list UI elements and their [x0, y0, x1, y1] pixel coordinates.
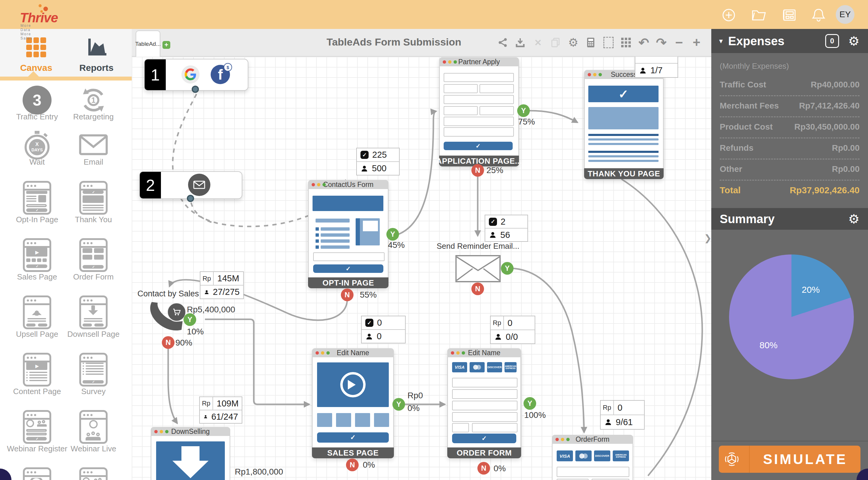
webinar-register-icon: ✓	[23, 410, 51, 444]
no-badge: N	[341, 289, 353, 301]
yes-badge: Y	[184, 313, 196, 326]
node-partner-apply[interactable]: Partner Apply ✓ APPLICATION PAGE...	[439, 57, 519, 167]
retargeting-icon: 1	[79, 86, 108, 115]
sidebar-item-label: Opt-In Page	[7, 215, 67, 224]
sidebar-item-sales-page[interactable]: ▶ ✓	[23, 238, 51, 272]
collapse-caret-icon[interactable]: ▾	[719, 37, 723, 45]
active-tab-underline	[0, 77, 132, 81]
app-root: Thrive More Data More Sales EY Canvas	[0, 0, 868, 480]
duplicate-icon[interactable]	[549, 36, 562, 50]
yes-percent: 0%	[407, 403, 420, 413]
marquee-select-icon[interactable]	[601, 36, 615, 50]
calculator-icon[interactable]	[584, 36, 598, 50]
downsell-page-icon	[79, 296, 107, 329]
settings-gear-icon[interactable]: ⚙	[566, 36, 580, 50]
yes-percent: 45%	[388, 240, 405, 250]
currency-label: Rp	[491, 316, 504, 330]
facebook-ads-badge-icon: $	[224, 63, 232, 71]
sidebar-item-upsell-page[interactable]	[23, 296, 51, 329]
connector-handle[interactable]	[187, 195, 194, 202]
node-sales-page[interactable]: Edit Name ✓ SALES PAGE	[312, 348, 394, 458]
mastercard-icon	[470, 362, 485, 372]
connector-handle[interactable]	[192, 86, 199, 93]
share-icon[interactable]	[496, 36, 510, 50]
sidebar-item-webinar-live[interactable]	[79, 410, 107, 444]
summary-title: Summary	[720, 212, 775, 226]
stat-value: 0	[618, 403, 622, 413]
expenses-gear-icon[interactable]: ⚙	[848, 34, 860, 49]
person-icon	[489, 231, 497, 239]
sidebar-item-wait[interactable]: X DAYS	[23, 130, 51, 161]
sidebar-tab-reports-label: Reports	[75, 63, 118, 73]
add-circle-icon[interactable]	[720, 7, 737, 24]
expense-label: Traffic Cost	[720, 80, 766, 90]
yes-badge: Y	[517, 104, 530, 117]
expenses-subtitle: (Monthly Expenses)	[720, 61, 789, 71]
redo-icon[interactable]: ↷	[654, 36, 668, 50]
simulate-button[interactable]: SIMULATE	[719, 446, 861, 473]
node-order-form[interactable]: Edit Name VISA DISCOVER AMERICAN EXPRESS…	[447, 348, 521, 458]
node-title: Edit Name	[337, 349, 369, 357]
logo-tagline: More Data More Sales	[21, 24, 33, 40]
sidebar-item-label: Wait	[7, 157, 67, 167]
sidebar-item-traffic-entry[interactable]: 3	[23, 86, 52, 115]
sidebar-item-thank-you[interactable]: ✓	[79, 181, 107, 215]
sidebar-item-webinar-register[interactable]: ✓	[23, 410, 51, 444]
sales-page-icon: ▶ ✓	[23, 238, 51, 272]
node-title: Partner Apply	[458, 58, 500, 66]
node-contactus-form[interactable]: ContactUs Form ✓ OPT-IN PAGE	[308, 180, 389, 288]
undo-icon[interactable]: ↶	[637, 36, 651, 50]
sidebar-item-label: Sales Page	[7, 272, 67, 281]
no-percent: 0%	[363, 460, 375, 470]
discover-card-icon: DISCOVER	[487, 362, 502, 372]
sidebar-item-retargeting[interactable]: 1	[79, 86, 108, 116]
templates-icon[interactable]	[781, 7, 798, 24]
download-icon[interactable]	[513, 36, 527, 50]
summary-gear-icon[interactable]: ⚙	[848, 212, 860, 227]
sidebar-item-order-form[interactable]: ✓	[79, 238, 107, 272]
opt-in-page-icon: ✓	[23, 181, 51, 215]
notifications-bell-icon[interactable]	[810, 7, 827, 24]
simulate-atom-icon	[719, 446, 745, 473]
node-success[interactable]: Success ✓ THANK YOU PAGE	[584, 70, 664, 179]
sidebar-item-label: Email	[63, 157, 124, 167]
sidebar-item-partial[interactable]	[23, 467, 51, 480]
person-icon	[604, 418, 612, 426]
node-footer: ORDER FORM	[447, 447, 521, 458]
page-icon	[23, 467, 51, 480]
stat-value: 9/61	[616, 417, 632, 427]
thank-you-icon: ✓	[79, 181, 107, 215]
yes-percent: 10%	[187, 327, 204, 336]
zoom-in-icon[interactable]: +	[689, 36, 704, 50]
sidebar-item-downsell-page[interactable]	[79, 296, 107, 329]
stat-value: 500	[372, 163, 386, 173]
folder-icon[interactable]	[750, 7, 767, 24]
stat-value: 1/7	[650, 65, 662, 76]
add-tab-button[interactable]: +	[162, 41, 170, 49]
person-icon	[204, 288, 209, 296]
delete-icon[interactable]: ✕	[531, 36, 545, 50]
upsell-page-icon	[23, 296, 51, 329]
expense-row: Traffic CostRp40,000.00	[720, 74, 860, 96]
sidebar-item-content-page[interactable]: ▶	[23, 353, 51, 387]
grid-view-icon[interactable]	[619, 36, 633, 50]
node-orderform-2[interactable]: OrderForm VISA DISCOVER AMERICAN EXPRESS	[552, 435, 633, 480]
avatar[interactable]: EY	[836, 5, 855, 24]
sidebar-item-opt-in-page[interactable]: ✓	[23, 181, 51, 215]
sidebar-item-partial[interactable]	[79, 467, 107, 480]
person-icon	[204, 413, 208, 421]
stat-box-order-right: Rp0 9/61	[600, 400, 645, 430]
google-icon[interactable]	[181, 65, 199, 84]
zoom-out-icon[interactable]: −	[672, 36, 686, 50]
node-downselling[interactable]: DownSelling	[151, 427, 230, 480]
tab-tableads[interactable]: TableAd...	[135, 30, 160, 57]
panel-collapse-handle[interactable]: ❯	[704, 233, 712, 243]
panel-divider	[711, 441, 868, 442]
node-send-reminder-email[interactable]	[455, 255, 501, 284]
yes-badge: Y	[501, 262, 514, 275]
sidebar-item-email[interactable]	[79, 134, 108, 156]
currency-label: Rp	[200, 272, 214, 285]
connector-optin-partner	[398, 111, 436, 234]
sidebar-item-survey[interactable]: ✓	[79, 353, 107, 387]
person-icon	[365, 333, 373, 340]
